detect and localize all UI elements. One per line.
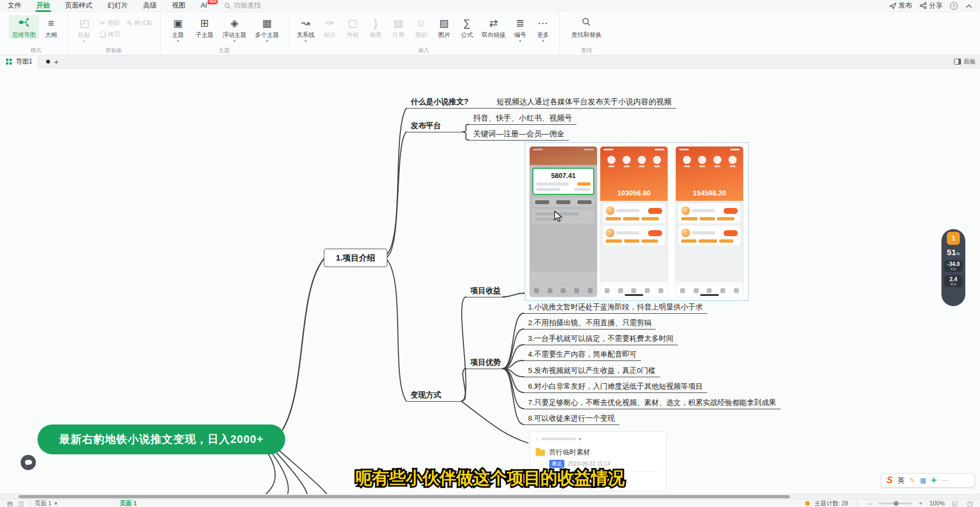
view-grid-icon[interactable]: ▤ [7, 500, 12, 507]
boundary-button[interactable]: ▢ 外框 [342, 15, 365, 39]
outline-mode-button[interactable]: ≡ 大纲 [39, 15, 63, 39]
advantage-item[interactable]: 8.可以收徒来进行一个变现 [524, 414, 619, 425]
copy-button[interactable]: ❏ 拷贝 [96, 29, 123, 40]
note-button[interactable]: ▤ 注释 [387, 15, 410, 39]
ime-toolbar[interactable]: S 英 ✎ ▦ ✚ ⋯ [881, 473, 975, 487]
comment-bubble-button[interactable] [21, 455, 36, 470]
share-label: 分享 [929, 1, 943, 10]
fullscreen-icon[interactable]: ◳ [968, 500, 973, 507]
mindmap-mode-button[interactable]: 思维导图 [9, 15, 39, 39]
net-up-stat: 2.4 K/s [944, 275, 963, 287]
phone3-balance: 154598.20 [676, 189, 743, 197]
collapse-ribbon-icon[interactable] [965, 3, 972, 9]
advantage-item[interactable]: 3.一台手机就可以搞定，不需要耗费太多时间 [524, 334, 678, 345]
menu-tab-advanced[interactable]: 高级 [136, 0, 165, 12]
panel-toggle[interactable]: 面板 [949, 58, 980, 66]
floating-topic-button[interactable]: ◈ 浮动主题 ▾ [218, 15, 251, 43]
add-map-button[interactable]: + [50, 57, 63, 66]
topic-count-icon [805, 501, 810, 506]
node-platform[interactable]: 发布平台 [406, 121, 462, 132]
page-indicator[interactable]: 页面 1 [35, 499, 52, 507]
subtopic-label: 子主题 [196, 31, 213, 39]
advantage-item[interactable]: 7.只要足够耐心，不断去优化视频、素材、选文，积累实战经验都能拿到成果 [524, 398, 781, 409]
menu-tab-view[interactable]: 视图 [165, 0, 193, 12]
intro-topic[interactable]: 1.项目介绍 [324, 249, 387, 267]
format-painter-button[interactable]: ✎ 格式刷 [123, 17, 156, 29]
map-tab-icon [5, 58, 12, 65]
node-monetize[interactable]: 变现方式 [406, 390, 462, 402]
numbering-button[interactable]: ≣ 编号 ▾ [509, 15, 532, 43]
speech-bubble-icon [24, 459, 33, 466]
advantage-item[interactable]: 1.小说推文暂时还处于蓝海阶段，抖音上明显供小于求 [524, 302, 707, 314]
folder-row-1[interactable]: 营行临时素材 [536, 446, 661, 459]
ime-tools-icon[interactable]: ✚ [931, 477, 937, 484]
node-what-question[interactable]: 什么是小说推文? [406, 97, 492, 109]
cut-button[interactable]: ✂ 剪切 [96, 17, 123, 29]
publish-button[interactable]: 发布 [889, 1, 912, 10]
doc-tab-map1[interactable]: 导图1 [0, 55, 39, 68]
withdraw-pill-button [648, 230, 662, 236]
group-insert: ↝ 关系线 ▾ ✑ 标注 ▢ 外框 } 概要 ▤ 注释 ☺ 图标 ▧ 图片 ∑ [288, 12, 560, 55]
summary-button[interactable]: } 概要 [365, 15, 387, 39]
ime-pen-icon[interactable]: ✎ [909, 477, 915, 484]
zoom-out-button[interactable]: – [868, 500, 871, 506]
advantage-item[interactable]: 2.不用拍摄出镜、不用直播、只需剪辑 [524, 318, 656, 329]
formula-button[interactable]: ∑ 公式 [456, 15, 479, 39]
advantage-item[interactable]: 4.不需要生产内容，简单配音即可 [524, 350, 641, 361]
feature-search[interactable]: 功能查找 [224, 1, 261, 10]
statusbar-right: 主题计数: 28 – + 100% ◱ ◳ [805, 499, 976, 507]
ime-logo[interactable]: S [887, 475, 893, 486]
image-insert-button[interactable]: ▧ 图片 [433, 15, 456, 39]
menu-tab-slides[interactable]: 幻灯片 [100, 0, 136, 12]
page-dropdown-icon[interactable]: ▾ [54, 500, 58, 507]
topic-icon: ▣ [173, 17, 183, 30]
node-platform-flow[interactable]: 关键词—注册—会员—佣金 [469, 129, 569, 141]
mindmap-canvas[interactable]: 最新右豹地铁小说推文变现，日入2000+ 1.项目介绍 什么是小说推文? 短视频… [0, 68, 980, 494]
subtopic-button[interactable]: ⊞ 子主题 [191, 15, 218, 39]
ime-keyboard-icon[interactable]: ▦ [920, 477, 926, 484]
menu-tab-ai[interactable]: AI Hot [193, 0, 215, 12]
node-advantage[interactable]: 项目优势 [466, 358, 505, 369]
sheet-tab-page1[interactable]: 页面 1 [120, 499, 137, 507]
ime-language-toggle[interactable]: 英 [897, 476, 904, 485]
fit-screen-icon[interactable]: ◱ [952, 500, 957, 507]
icon-insert-button[interactable]: ☺ 图标 [410, 15, 433, 39]
relation-line-button[interactable]: ↝ 关系线 ▾ [293, 15, 319, 43]
more-button[interactable]: ⋯ 更多 ▾ [532, 15, 555, 43]
performance-widget[interactable]: 1 51% ▾34.0 K/s 2.4 K/s [941, 229, 965, 306]
ime-more-icon[interactable]: ⋯ [941, 477, 948, 484]
boundary-label: 外框 [347, 31, 359, 39]
menu-tab-file[interactable]: 文件 [0, 0, 29, 12]
topic-button[interactable]: ▣ 主题 ▾ [165, 15, 191, 43]
menu-tab-page-style[interactable]: 页面样式 [58, 0, 100, 12]
horizontal-scrollbar[interactable] [0, 494, 980, 499]
share-button[interactable]: 分享 [920, 1, 943, 10]
folder-icon [536, 449, 545, 456]
help-button[interactable]: ? [950, 2, 958, 10]
home-indicator [700, 294, 719, 296]
node-what-answer[interactable]: 短视频达人通过各媒体平台发布关于小说内容的视频 [492, 97, 676, 109]
node-platform-list[interactable]: 抖音、快手、小红书、视频号 [469, 113, 576, 125]
zoom-slider-thumb[interactable] [894, 501, 899, 506]
zoom-slider[interactable] [878, 503, 912, 504]
menu-tab-home[interactable]: 开始 [29, 0, 58, 12]
group-label-insert: 插入 [288, 47, 559, 54]
advantage-item[interactable]: 5.发布视频就可以产生收益，真正0门槛 [524, 366, 660, 377]
menu-tab-ai-label: AI [201, 2, 208, 9]
multi-topic-button[interactable]: ▦ 多个主题 ▾ [251, 15, 284, 43]
find-replace-button[interactable]: 查找和替换 [564, 15, 610, 39]
formula-label: 公式 [461, 31, 473, 39]
paste-button[interactable]: ◰ 粘贴 ▾ [72, 15, 96, 43]
root-topic[interactable]: 最新右豹地铁小说推文变现，日入2000+ [37, 424, 285, 454]
tiger-avatar [681, 229, 690, 237]
node-income[interactable]: 项目收益 [466, 286, 505, 297]
bilink-button[interactable]: ⇄ 双向链接 [479, 15, 509, 39]
zoom-in-button[interactable]: + [919, 500, 922, 506]
callout-button[interactable]: ✑ 标注 [319, 15, 342, 39]
tiger-avatar [606, 206, 614, 215]
horizontal-scrollbar-thumb[interactable] [18, 495, 790, 498]
mouse-cursor [554, 211, 563, 223]
zoom-level[interactable]: 100% [929, 500, 945, 506]
advantage-item[interactable]: 6.对小白非常友好，入门难度远低于其他短视频等项目 [524, 382, 707, 393]
split-view-icon[interactable]: ◫ [18, 500, 23, 507]
